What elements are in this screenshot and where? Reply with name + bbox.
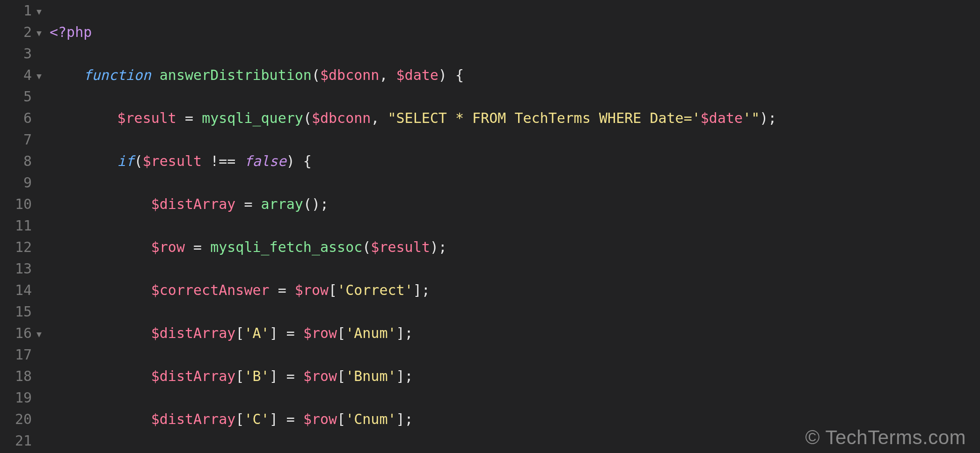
string: "SELECT * FROM TechTerms WHERE Date=' <box>388 110 701 126</box>
variable: $row <box>303 368 337 384</box>
string: 'B' <box>244 368 269 384</box>
code-editor[interactable]: 1 2 3 4 5 6 7 8 9 10 11 12 13 14 15 16 1… <box>0 0 980 453</box>
keyword: function <box>83 67 151 83</box>
string: '" <box>743 110 760 126</box>
line-number-gutter: 1 2 3 4 5 6 7 8 9 10 11 12 13 14 15 16 1… <box>0 0 37 453</box>
variable: $result <box>371 239 430 255</box>
function-call: mysqli_query <box>202 110 303 126</box>
line-number: 9 <box>0 172 32 194</box>
line-number: 19 <box>0 387 32 409</box>
function-call: array <box>261 196 303 212</box>
line-number: 1 <box>0 0 32 22</box>
code-line[interactable]: if($result !== false) { <box>50 151 980 172</box>
function-call: mysqli_fetch_assoc <box>210 239 362 255</box>
line-number: 20 <box>0 409 32 430</box>
fold-toggle-icon[interactable] <box>37 0 50 22</box>
code-line[interactable]: $distArray['C'] = $row['Cnum']; <box>50 409 980 430</box>
line-number: 17 <box>0 344 32 366</box>
variable: $dbconn <box>320 67 379 83</box>
code-line[interactable]: function answerDistribution($dbconn, $da… <box>50 65 980 86</box>
line-number: 8 <box>0 151 32 172</box>
variable: $date <box>396 67 439 83</box>
line-number: 11 <box>0 215 32 237</box>
line-number: 16 <box>0 323 32 344</box>
line-number: 10 <box>0 194 32 215</box>
line-number: 12 <box>0 237 32 258</box>
function-name: answerDistribution <box>160 67 312 83</box>
variable: $distArray <box>151 368 236 384</box>
line-number: 7 <box>0 129 32 151</box>
string: 'A' <box>244 325 269 341</box>
line-number: 6 <box>0 108 32 129</box>
string: 'C' <box>244 411 269 427</box>
variable: $result <box>117 110 176 126</box>
variable: $result <box>143 153 202 169</box>
variable: $distArray <box>151 196 236 212</box>
line-number: 5 <box>0 86 32 108</box>
string: 'Bnum' <box>345 368 396 384</box>
line-number: 15 <box>0 301 32 323</box>
line-number: 3 <box>0 43 32 65</box>
fold-toggle-icon[interactable] <box>37 65 50 86</box>
code-line[interactable]: $correctAnswer = $row['Correct']; <box>50 280 980 301</box>
boolean: false <box>244 153 286 169</box>
fold-toggle-icon[interactable] <box>37 323 50 344</box>
code-area[interactable]: <?php function answerDistribution($dbcon… <box>50 0 980 453</box>
code-line[interactable]: $distArray['A'] = $row['Anum']; <box>50 323 980 344</box>
variable: $correctAnswer <box>151 282 270 298</box>
line-number: 4 <box>0 65 32 86</box>
variable: $dbconn <box>312 110 371 126</box>
line-number: 18 <box>0 366 32 387</box>
line-number: 13 <box>0 258 32 280</box>
variable: $row <box>295 282 329 298</box>
variable: $row <box>151 239 185 255</box>
line-number: 14 <box>0 280 32 301</box>
line-number: 2 <box>0 22 32 43</box>
variable: $distArray <box>151 325 236 341</box>
code-line[interactable]: $result = mysqli_query($dbconn, "SELECT … <box>50 108 980 129</box>
keyword: if <box>117 153 134 169</box>
fold-toggle-icon[interactable] <box>37 22 50 43</box>
fold-gutter <box>37 0 50 453</box>
string: 'Correct' <box>337 282 413 298</box>
variable: $row <box>303 325 337 341</box>
line-number: 21 <box>0 430 32 452</box>
php-open-tag: <?php <box>50 24 92 40</box>
variable: $date <box>701 110 743 126</box>
string: 'Anum' <box>345 325 396 341</box>
code-line[interactable]: $distArray['B'] = $row['Bnum']; <box>50 366 980 387</box>
code-line[interactable]: $row = mysqli_fetch_assoc($result); <box>50 237 980 258</box>
variable: $row <box>303 411 337 427</box>
code-line[interactable]: <?php <box>50 22 980 43</box>
code-line[interactable]: $distArray = array(); <box>50 194 980 215</box>
variable: $distArray <box>151 411 236 427</box>
string: 'Cnum' <box>345 411 396 427</box>
